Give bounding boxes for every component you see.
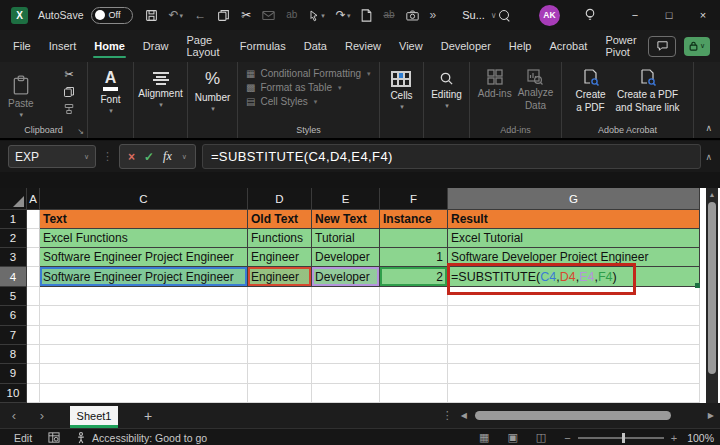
cell-f1[interactable]: Instance [380, 210, 448, 229]
cell-c4[interactable]: Software Engineer Project Engineer [40, 267, 248, 287]
cell-d10[interactable] [248, 384, 312, 403]
accessibility-icon[interactable] [76, 432, 86, 444]
cell-f6[interactable] [380, 306, 448, 325]
cell-f7[interactable] [380, 326, 448, 345]
row-header-6[interactable]: 6 [0, 306, 27, 325]
cell-e10[interactable] [312, 384, 380, 403]
tab-view[interactable]: View [390, 30, 432, 62]
formula-input[interactable]: =SUBSTITUTE(C4,D4,E4,F4) [202, 144, 702, 169]
tab-data[interactable]: Data [295, 30, 336, 62]
cell-f8[interactable] [380, 345, 448, 364]
cell-c6[interactable] [40, 306, 248, 325]
editing-button[interactable]: Editing ▾ [431, 69, 462, 110]
cut-icon[interactable]: ✂ [241, 9, 251, 21]
cell-d1[interactable]: Old Text [248, 210, 312, 229]
autosave-toggle[interactable]: Off [91, 7, 133, 24]
cell-c9[interactable] [40, 364, 248, 383]
next-sheet-icon[interactable]: › [28, 408, 56, 423]
cell-a4[interactable] [27, 267, 40, 287]
tab-power-pivot[interactable]: Power Pivot [596, 30, 648, 62]
cell-a8[interactable] [27, 345, 40, 364]
cell-e3[interactable]: Developer [312, 248, 380, 267]
zoom-slider-thumb[interactable] [622, 433, 625, 443]
horizontal-scrollbar-thumb[interactable] [475, 411, 671, 420]
column-header-a[interactable]: A [27, 188, 40, 210]
zoom-level[interactable]: 100% [687, 432, 714, 444]
cell-a10[interactable] [27, 384, 40, 403]
cell-c8[interactable] [40, 345, 248, 364]
redo-icon[interactable]: ↷▾ [336, 9, 351, 21]
vertical-scrollbar[interactable]: ▲ [706, 188, 718, 403]
cell-g5[interactable] [448, 287, 700, 306]
tab-file[interactable]: File [4, 30, 40, 62]
cell-f5[interactable] [380, 287, 448, 306]
touch-mouse-mode-icon[interactable]: ▾ [308, 9, 325, 22]
cell-e4[interactable]: Developer [312, 267, 380, 287]
zoom-in-icon[interactable]: + [671, 432, 677, 444]
cell-styles-button[interactable]: ▤ Cell Styles ▾ [246, 96, 379, 107]
cell-a3[interactable] [27, 248, 40, 267]
cell-e7[interactable] [312, 326, 380, 345]
cell-c7[interactable] [40, 326, 248, 345]
column-header-e[interactable]: E [312, 188, 380, 210]
row-header-9[interactable]: 9 [0, 364, 27, 383]
cell-d8[interactable] [248, 345, 312, 364]
alignment-button[interactable]: Alignment ▾ [138, 69, 182, 109]
macro-record-icon[interactable] [48, 432, 60, 443]
cell-a9[interactable] [27, 364, 40, 383]
cell-e9[interactable] [312, 364, 380, 383]
page-break-view-icon[interactable]: ◫ [536, 431, 546, 444]
add-sheet-icon[interactable]: + [144, 408, 152, 424]
cell-e6[interactable] [312, 306, 380, 325]
cell-a2[interactable] [27, 229, 40, 248]
cell-c3[interactable]: Software Engineer Project Engineer [40, 248, 248, 267]
column-header-d[interactable]: D [248, 188, 312, 210]
tab-developer[interactable]: Developer [432, 30, 500, 62]
cut-button[interactable]: ✂ [64, 68, 73, 81]
prev-sheet-icon[interactable]: ‹ [0, 408, 28, 423]
paste-button[interactable]: Paste ▾ [8, 75, 34, 119]
cell-e2[interactable]: Tutorial [312, 229, 380, 248]
horizontal-scrollbar[interactable] [475, 411, 700, 420]
cell-c5[interactable] [40, 287, 248, 306]
cell-a6[interactable] [27, 306, 40, 325]
row-header-3[interactable]: 3 [0, 248, 27, 267]
cell-g7[interactable] [448, 326, 700, 345]
tab-acrobat[interactable]: Acrobat [540, 30, 596, 62]
cell-d3[interactable]: Engineer [248, 248, 312, 267]
cell-a5[interactable] [27, 287, 40, 306]
tab-formulas[interactable]: Formulas [231, 30, 295, 62]
cell-e5[interactable] [312, 287, 380, 306]
row-header-5[interactable]: 5 [0, 287, 27, 306]
insert-function-icon[interactable]: fx [163, 149, 172, 164]
row-header-1[interactable]: 1 [0, 210, 27, 229]
cell-c1[interactable]: Text [40, 210, 248, 229]
search-icon[interactable] [499, 10, 509, 20]
cell-d5[interactable] [248, 287, 312, 306]
cell-g6[interactable] [448, 306, 700, 325]
cell-f10[interactable] [380, 384, 448, 403]
collapse-ribbon-icon[interactable]: ∧ [705, 123, 712, 133]
cancel-icon[interactable]: × [128, 150, 135, 164]
row-header-10[interactable]: 10 [0, 384, 27, 403]
copy-button[interactable] [63, 86, 75, 98]
scroll-left-icon[interactable]: ◀ [461, 411, 467, 420]
create-pdf-share-button[interactable]: Create a PDFand Share link [616, 69, 680, 114]
cell-g2[interactable]: Excel Tutorial [448, 229, 700, 248]
sheet-tab-sheet1[interactable]: Sheet1 [70, 406, 118, 428]
cell-a7[interactable] [27, 326, 40, 345]
minimize-button[interactable]: − [618, 0, 652, 30]
format-painter-button[interactable] [63, 103, 75, 115]
column-header-c[interactable]: C [40, 188, 248, 210]
select-all-button[interactable] [0, 188, 27, 210]
undo-icon[interactable]: ↶▾ [169, 9, 184, 21]
account-avatar[interactable]: AK [539, 5, 560, 26]
row-header-8[interactable]: 8 [0, 345, 27, 364]
cell-g3[interactable]: Software Developer Project Engineer [448, 248, 700, 267]
save-icon[interactable] [145, 9, 158, 22]
cell-d9[interactable] [248, 364, 312, 383]
tab-review[interactable]: Review [336, 30, 390, 62]
cell-g4-formula[interactable]: =SUBSTITUTE(C4,D4,E4,F4) [448, 267, 700, 287]
cell-e8[interactable] [312, 345, 380, 364]
share-button[interactable]: ∨ [684, 37, 710, 56]
